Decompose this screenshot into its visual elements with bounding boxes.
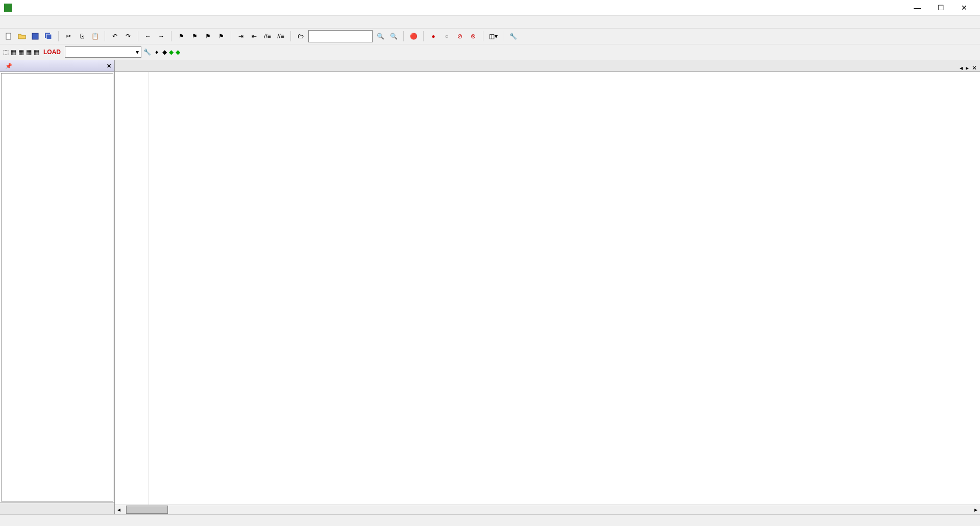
copy-button[interactable]: ⎘: [76, 31, 87, 42]
project-tree[interactable]: [1, 73, 113, 501]
line-gutter: [115, 72, 149, 505]
nav-back-button[interactable]: ←: [142, 31, 154, 42]
svg-rect-0: [6, 33, 11, 39]
bookmark-prev-button[interactable]: ⚑: [189, 31, 200, 42]
undo-button[interactable]: ↶: [109, 31, 120, 42]
stop-build-button[interactable]: ▦: [34, 49, 39, 56]
window-split-button[interactable]: ◫▾: [487, 31, 499, 42]
save-button[interactable]: [30, 31, 41, 42]
manage-project-button[interactable]: ♦: [155, 49, 158, 56]
svg-rect-1: [32, 33, 38, 39]
breakpoint-disable-button[interactable]: ⊘: [454, 31, 465, 42]
breakpoint-kill-button[interactable]: ⊗: [468, 31, 479, 42]
app-icon: [4, 4, 12, 12]
cut-button[interactable]: ✂: [63, 31, 74, 42]
bookmark-button[interactable]: ⚑: [176, 31, 187, 42]
title-bar: — ☐ ✕: [0, 0, 980, 16]
status-bar: [0, 514, 980, 526]
maximize-button[interactable]: ☐: [929, 0, 952, 15]
target-selector[interactable]: ▾: [65, 46, 141, 58]
fold-column[interactable]: [149, 72, 156, 505]
code-area[interactable]: [156, 72, 980, 505]
manage-rtos-button[interactable]: ◆: [169, 49, 174, 56]
translate-button[interactable]: ⬚: [3, 49, 9, 56]
find-in-files-button[interactable]: 🗁: [295, 31, 306, 42]
download-button[interactable]: LOAD: [43, 49, 61, 56]
close-pane-button[interactable]: ✕: [107, 63, 111, 69]
build-button[interactable]: ▦: [11, 49, 16, 56]
save-all-button[interactable]: [43, 31, 54, 42]
nav-fwd-button[interactable]: →: [156, 31, 167, 42]
minimize-button[interactable]: —: [905, 0, 929, 15]
target-options-button[interactable]: 🔧: [143, 49, 151, 56]
debug-button[interactable]: 🔴: [408, 31, 419, 42]
toolbar-build: ⬚ ▦ ▦ ▦ ▦ LOAD ▾ 🔧 ♦ ◆ ◆ ◆: [0, 44, 980, 60]
manage-books-button[interactable]: ◆: [162, 49, 167, 56]
comment-button[interactable]: //≡: [262, 31, 273, 42]
outdent-button[interactable]: ⇤: [249, 31, 260, 42]
svg-rect-3: [46, 34, 52, 39]
project-pane: 📌 ✕: [0, 60, 115, 514]
batch-build-button[interactable]: ▦: [26, 49, 32, 56]
project-pane-title: 📌 ✕: [0, 60, 114, 72]
new-file-button[interactable]: [3, 31, 14, 42]
indent-button[interactable]: ⇥: [235, 31, 247, 42]
tab-close-button[interactable]: ✕: [972, 64, 977, 71]
redo-button[interactable]: ↷: [122, 31, 134, 42]
bookmark-next-button[interactable]: ⚑: [202, 31, 213, 42]
find-button[interactable]: 🔍: [375, 31, 386, 42]
find-combo[interactable]: [308, 30, 373, 42]
pin-icon[interactable]: 📌: [5, 63, 12, 69]
tab-scroll-right[interactable]: ▸: [966, 64, 969, 71]
bookmark-clear-button[interactable]: ⚑: [215, 31, 227, 42]
horizontal-scrollbar[interactable]: ◂▸: [115, 505, 980, 514]
close-button[interactable]: ✕: [952, 0, 976, 15]
paste-button[interactable]: 📋: [89, 31, 101, 42]
breakpoint-insert-button[interactable]: ●: [428, 31, 439, 42]
breakpoint-enable-button[interactable]: ○: [441, 31, 452, 42]
open-file-button[interactable]: [16, 31, 28, 42]
configure-button[interactable]: 🔧: [507, 31, 519, 42]
rebuild-button[interactable]: ▦: [18, 49, 24, 56]
project-bottom-tabs: [0, 503, 114, 514]
uncomment-button[interactable]: //≡: [275, 31, 286, 42]
toolbar-main: ✂ ⎘ 📋 ↶ ↷ ← → ⚑ ⚑ ⚑ ⚑ ⇥ ⇤ //≡ //≡ 🗁 🔍 🔍 …: [0, 28, 980, 44]
tab-scroll-left[interactable]: ◂: [960, 64, 963, 71]
incremental-find-button[interactable]: 🔍: [388, 31, 399, 42]
manage-packs-button[interactable]: ◆: [176, 49, 180, 56]
editor-tabs: ◂ ▸ ✕: [115, 60, 980, 72]
code-editor[interactable]: [115, 72, 980, 505]
menu-bar: [0, 16, 980, 28]
